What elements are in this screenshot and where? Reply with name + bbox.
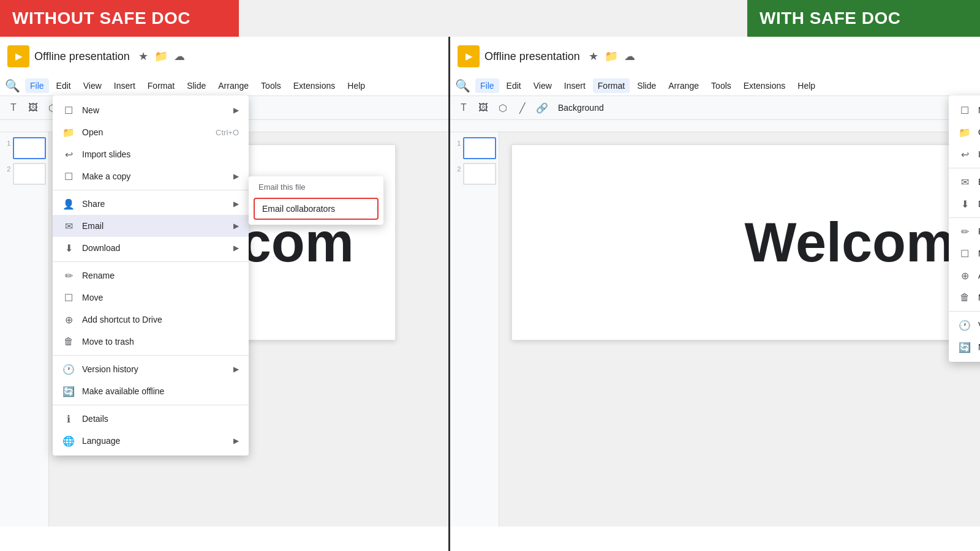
menu-format-right[interactable]: Format (593, 78, 630, 93)
menu-extensions-right[interactable]: Extensions (739, 78, 790, 93)
slide-panel-right: 1 2 (450, 132, 499, 527)
menu-tools-right[interactable]: Tools (706, 78, 736, 93)
divider-2-left (53, 261, 249, 262)
star-icon[interactable]: ★ (138, 50, 148, 63)
menu-file-left[interactable]: File (25, 78, 49, 93)
offline-icon-left: 🔄 (62, 385, 75, 397)
menu-trash-right[interactable]: 🗑 Move to trash (949, 287, 980, 309)
shapes-icon-right[interactable]: ⬡ (494, 99, 511, 116)
slide-thumb-2-right[interactable]: 2 (453, 163, 496, 185)
shortcut-icon-left: ⊕ (62, 313, 75, 326)
image-icon[interactable]: 🖼 (24, 99, 42, 116)
slide-thumb-1-right[interactable]: 1 (453, 137, 496, 159)
menu-edit-right[interactable]: Edit (502, 78, 526, 93)
menu-insert-left[interactable]: Insert (109, 78, 140, 93)
email-arrow-icon: ▶ (233, 222, 239, 230)
header-icons-left: ★ 📁 ☁ (138, 50, 185, 63)
menu-download-left[interactable]: ⬇ Download ▶ (53, 237, 249, 259)
menu-insert-right[interactable]: Insert (559, 78, 590, 93)
menu-new-right[interactable]: ☐ New ▶ (949, 99, 980, 121)
slides-content-right: 1 2 Welcom (450, 132, 980, 527)
presentation-title-right: Offline presentation (484, 50, 580, 63)
menu-import-left[interactable]: ↩ Import slides (53, 143, 249, 165)
menu-file-right[interactable]: File (475, 78, 499, 93)
menu-rename-right[interactable]: ✏ Rename (949, 220, 980, 242)
slide-panel-left: 1 2 (0, 132, 49, 527)
cloud-icon-right[interactable]: ☁ (624, 50, 635, 63)
line-icon-right[interactable]: ╱ (514, 99, 531, 116)
menu-offline-left[interactable]: 🔄 Make available offline (53, 380, 249, 402)
text-icon-right[interactable]: T (455, 99, 472, 116)
menu-slide-left[interactable]: Slide (182, 78, 211, 93)
menu-arrange-right[interactable]: Arrange (663, 78, 704, 93)
details-icon: ℹ (62, 413, 75, 425)
slide-thumb-1-left[interactable]: 1 (2, 137, 46, 159)
open-icon-right: 📁 (959, 126, 971, 138)
slide-thumb-2-left[interactable]: 2 (2, 163, 46, 185)
slides-header-left: ▶ Offline presentation ★ 📁 ☁ (0, 37, 448, 76)
menu-slide-right[interactable]: Slide (632, 78, 661, 93)
menu-move-right[interactable]: ☐ Move (949, 242, 980, 264)
move-icon-right: ☐ (959, 247, 971, 260)
new-icon: ☐ (62, 104, 75, 116)
link-icon-right[interactable]: 🔗 (533, 99, 551, 116)
language-icon: 🌐 (62, 435, 75, 447)
trash-icon-right: 🗑 (959, 291, 971, 304)
menu-shortcut-left[interactable]: ⊕ Add shortcut to Drive (53, 309, 249, 331)
share-icon: 👤 (62, 198, 75, 210)
search-icon-right[interactable]: 🔍 (455, 78, 470, 93)
menu-view-left[interactable]: View (78, 78, 107, 93)
divider-3-right (949, 311, 980, 312)
email-collaborators-button[interactable]: Email collaborators (254, 198, 379, 220)
menu-format-left[interactable]: Format (143, 78, 179, 93)
folder-icon[interactable]: 📁 (154, 50, 168, 63)
menu-move-left[interactable]: ☐ Move (53, 287, 249, 309)
menu-trash-left[interactable]: 🗑 Move to trash (53, 331, 249, 353)
slides-app-icon: ▶ (7, 45, 29, 67)
menu-new-left[interactable]: ☐ New ▶ (53, 99, 249, 121)
menu-email-right[interactable]: ✉ Email ▶ (949, 171, 980, 193)
banner-left-text: WITHOUT SAFE DOC (12, 9, 190, 28)
menu-open-right[interactable]: 📁 Open Ctrl+O (949, 121, 980, 143)
version-icon-right: 🕐 (959, 319, 971, 331)
menu-extensions-left[interactable]: Extensions (288, 78, 340, 93)
menu-help-right[interactable]: Help (793, 78, 820, 93)
menu-version-left[interactable]: 🕐 Version history ▶ (53, 358, 249, 380)
rename-icon-right: ✏ (959, 225, 971, 238)
menu-offline-right[interactable]: 🔄 Make available offline (949, 336, 980, 358)
menu-view-right[interactable]: View (529, 78, 557, 93)
menu-help-left[interactable]: Help (342, 78, 370, 93)
menu-details-left[interactable]: ℹ Details (53, 408, 249, 430)
menu-rename-left[interactable]: ✏ Rename (53, 264, 249, 287)
folder-icon-right[interactable]: 📁 (605, 50, 618, 63)
menu-tools-left[interactable]: Tools (256, 78, 286, 93)
image-icon-right[interactable]: 🖼 (475, 99, 492, 116)
menu-shortcut-right[interactable]: ⊕ Add shortcut to Drive (949, 264, 980, 287)
import-icon-right: ↩ (959, 148, 971, 160)
offline-icon-right: 🔄 (959, 341, 971, 353)
header-icons-right: ★ 📁 ☁ (589, 50, 635, 63)
slide-canvas-right: Welcom (499, 132, 980, 527)
menu-share-left[interactable]: 👤 Share ▶ (53, 193, 249, 215)
copy-icon: ☐ (62, 170, 75, 182)
menu-copy-left[interactable]: ☐ Make a copy ▶ (53, 165, 249, 187)
divider-1-left (53, 190, 249, 190)
menu-open-left[interactable]: 📁 Open Ctrl+O (53, 121, 249, 143)
menu-import-right[interactable]: ↩ Import slides (949, 143, 980, 165)
slide-preview-right: Welcom (511, 144, 968, 340)
divider-2-right (949, 217, 980, 218)
language-arrow-icon: ▶ (233, 437, 239, 445)
search-icon-left[interactable]: 🔍 (5, 78, 20, 93)
open-icon: 📁 (62, 126, 75, 138)
menu-language-left[interactable]: 🌐 Language ▶ (53, 430, 249, 452)
menu-version-right[interactable]: 🕐 Version history ▶ (949, 314, 980, 336)
menu-email-left[interactable]: ✉ Email ▶ (53, 215, 249, 237)
text-icon[interactable]: T (5, 99, 22, 116)
cloud-icon[interactable]: ☁ (174, 50, 185, 63)
background-label-right: Background (558, 103, 604, 113)
menu-arrange-left[interactable]: Arrange (213, 78, 254, 93)
menu-download-right[interactable]: ⬇ Download ▶ (949, 193, 980, 215)
star-icon-right[interactable]: ★ (589, 50, 598, 63)
ruler-right (450, 120, 980, 132)
menu-edit-left[interactable]: Edit (51, 78, 76, 93)
